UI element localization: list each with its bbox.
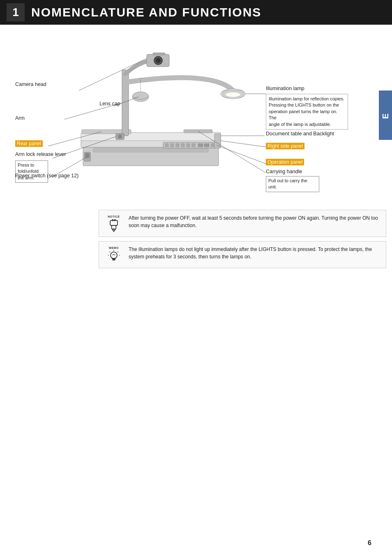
- svg-rect-10: [192, 144, 195, 147]
- svg-line-41: [198, 131, 266, 173]
- svg-rect-54: [112, 259, 115, 260]
- svg-rect-14: [82, 130, 131, 134]
- svg-line-40: [217, 145, 266, 164]
- svg-rect-43: [112, 219, 114, 221]
- svg-rect-42: [110, 220, 118, 225]
- svg-rect-23: [116, 134, 124, 139]
- svg-rect-26: [85, 153, 89, 158]
- svg-rect-30: [184, 130, 212, 133]
- svg-line-51: [109, 251, 110, 252]
- notice-icon-svg: [107, 219, 120, 232]
- svg-rect-13: [211, 144, 214, 147]
- svg-rect-1: [81, 132, 221, 141]
- memo-icon: MEMO: [105, 246, 123, 264]
- memo-icon-svg: [107, 250, 120, 263]
- arm-label: Arm: [15, 115, 25, 121]
- camera-head-label: Camera head: [15, 81, 46, 87]
- illumination-callout: Illumination lamp for reflection copies.…: [266, 94, 348, 130]
- svg-point-27: [132, 92, 149, 102]
- svg-rect-29: [214, 134, 221, 148]
- svg-line-49: [118, 251, 118, 252]
- right-side-panel-label: Right side panel: [266, 143, 304, 149]
- page-title: NOMENCLATURE AND FUNCTIONS: [31, 5, 261, 19]
- svg-rect-6: [171, 144, 174, 147]
- main-content: Camera head Arm Lens cap Rear panel Arm …: [0, 25, 392, 285]
- svg-rect-16: [147, 54, 169, 67]
- svg-rect-21: [223, 91, 243, 97]
- svg-rect-2: [83, 147, 219, 166]
- memo-text: The illumination lamps do not light up i…: [129, 246, 380, 260]
- rear-panel-label: Rear panel: [15, 141, 43, 146]
- power-switch-label: Power switch (see page 12): [15, 173, 78, 179]
- notice-icon: NOTICE: [105, 214, 123, 232]
- svg-point-20: [221, 89, 245, 99]
- svg-rect-4: [163, 142, 217, 148]
- svg-rect-44: [114, 219, 116, 221]
- svg-rect-7: [176, 144, 179, 147]
- svg-rect-9: [187, 144, 190, 147]
- svg-line-34: [48, 132, 101, 146]
- arm-lock-callout: Press to fold/unfold the arm.: [15, 160, 48, 183]
- memo-box: MEMO The illumination lamp: [99, 241, 386, 268]
- page-number: 6: [368, 539, 371, 547]
- svg-rect-8: [181, 144, 184, 147]
- svg-point-47: [111, 252, 117, 258]
- svg-rect-15: [122, 70, 129, 136]
- carrying-callout: Pull out to carry the unit.: [266, 176, 319, 192]
- svg-point-22: [226, 92, 240, 97]
- svg-rect-19: [153, 53, 165, 55]
- svg-point-18: [156, 58, 161, 63]
- svg-rect-12: [204, 144, 209, 147]
- svg-rect-25: [84, 152, 90, 161]
- operation-panel-label: Operation panel: [266, 159, 304, 165]
- page-header: 1 NOMENCLATURE AND FUNCTIONS: [0, 0, 392, 25]
- svg-rect-0: [81, 140, 221, 147]
- diagram-area: Camera head Arm Lens cap Rear panel Arm …: [11, 37, 381, 202]
- svg-line-31: [79, 58, 147, 91]
- svg-point-24: [118, 135, 122, 138]
- notice-section: NOTICE After turning the power OFF, wait…: [99, 210, 386, 268]
- svg-rect-5: [165, 144, 168, 147]
- carrying-handle-label: Carrying handle: [266, 169, 302, 174]
- svg-rect-3: [93, 148, 208, 152]
- arm-lock-label: Arm lock release lever: [15, 151, 66, 157]
- svg-rect-53: [112, 258, 116, 259]
- illumination-lamp-label: Illumination lamp: [266, 86, 304, 91]
- notice-text: After turning the power OFF, wait at lea…: [129, 214, 380, 229]
- svg-point-17: [154, 56, 162, 65]
- document-table-label: Document table and Backlight: [266, 131, 334, 137]
- notice-box: NOTICE After turning the power OFF, wait…: [99, 210, 386, 237]
- svg-rect-11: [198, 144, 203, 147]
- chapter-number: 1: [7, 3, 25, 21]
- lens-cap-label: Lens cap: [99, 101, 120, 107]
